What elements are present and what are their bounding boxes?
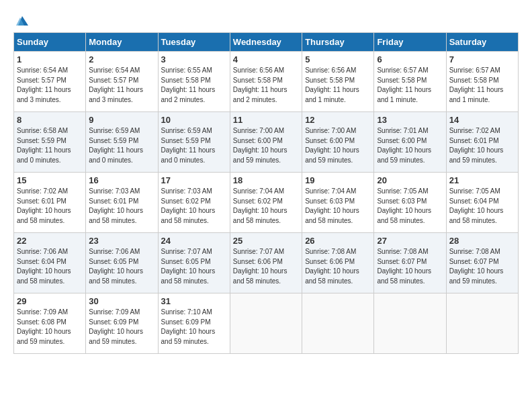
calendar-cell: 16 Sunrise: 7:03 AMSunset: 6:01 PMDaylig… [86,173,158,233]
day-number: 26 [305,236,371,246]
calendar-cell: 28 Sunrise: 7:08 AMSunset: 6:07 PMDaylig… [446,233,518,293]
calendar-cell: 7 Sunrise: 6:57 AMSunset: 5:58 PMDayligh… [446,52,518,112]
day-number: 12 [305,115,371,125]
calendar-week-2: 8 Sunrise: 6:58 AMSunset: 5:59 PMDayligh… [14,112,519,173]
day-number: 15 [17,175,83,185]
calendar-cell: 15 Sunrise: 7:02 AMSunset: 6:01 PMDaylig… [14,173,86,233]
day-number: 6 [377,54,443,64]
calendar-body: 1 Sunrise: 6:54 AMSunset: 5:57 PMDayligh… [14,52,519,354]
calendar-cell: 1 Sunrise: 6:54 AMSunset: 5:57 PMDayligh… [14,52,86,112]
day-number: 7 [449,54,515,64]
calendar-cell: 8 Sunrise: 6:58 AMSunset: 5:59 PMDayligh… [14,112,86,173]
logo-icon [15,13,30,28]
day-number: 27 [377,236,443,246]
day-number: 3 [161,54,227,64]
day-info: Sunrise: 6:57 AMSunset: 5:58 PMDaylight:… [449,66,504,103]
day-number: 2 [89,54,154,64]
calendar-cell [374,293,446,354]
weekday-header-friday: Friday [374,33,446,52]
calendar-week-5: 29 Sunrise: 7:09 AMSunset: 6:08 PMDaylig… [14,293,519,354]
calendar-table: SundayMondayTuesdayWednesdayThursdayFrid… [13,32,519,354]
calendar-cell: 11 Sunrise: 7:00 AMSunset: 6:00 PMDaylig… [230,112,302,173]
calendar-cell: 30 Sunrise: 7:09 AMSunset: 6:09 PMDaylig… [86,293,158,354]
calendar-cell: 2 Sunrise: 6:54 AMSunset: 5:57 PMDayligh… [86,52,158,112]
weekday-header-monday: Monday [86,33,158,52]
day-info: Sunrise: 7:08 AMSunset: 6:06 PMDaylight:… [305,248,359,285]
day-number: 21 [449,175,515,185]
calendar-cell: 24 Sunrise: 7:07 AMSunset: 6:05 PMDaylig… [158,233,230,293]
calendar-cell: 19 Sunrise: 7:04 AMSunset: 6:03 PMDaylig… [302,173,374,233]
day-info: Sunrise: 7:00 AMSunset: 6:00 PMDaylight:… [305,127,359,164]
day-number: 17 [161,175,227,185]
day-info: Sunrise: 7:02 AMSunset: 6:01 PMDaylight:… [17,187,71,224]
day-number: 5 [305,54,371,64]
calendar-cell: 3 Sunrise: 6:55 AMSunset: 5:58 PMDayligh… [158,52,230,112]
calendar-week-1: 1 Sunrise: 6:54 AMSunset: 5:57 PMDayligh… [14,52,519,112]
calendar-week-3: 15 Sunrise: 7:02 AMSunset: 6:01 PMDaylig… [14,173,519,233]
day-number: 29 [17,296,83,306]
calendar-cell: 4 Sunrise: 6:56 AMSunset: 5:58 PMDayligh… [230,52,302,112]
day-info: Sunrise: 7:05 AMSunset: 6:04 PMDaylight:… [449,187,504,224]
day-info: Sunrise: 7:07 AMSunset: 6:06 PMDaylight:… [233,248,287,285]
day-info: Sunrise: 7:08 AMSunset: 6:07 PMDaylight:… [377,248,431,285]
day-info: Sunrise: 6:54 AMSunset: 5:57 PMDaylight:… [17,66,71,103]
day-info: Sunrise: 7:10 AMSunset: 6:09 PMDaylight:… [161,308,216,345]
calendar-cell: 9 Sunrise: 6:59 AMSunset: 5:59 PMDayligh… [86,112,158,173]
day-number: 28 [449,236,515,246]
day-number: 8 [17,115,83,125]
day-number: 30 [89,296,154,306]
weekday-header-tuesday: Tuesday [158,33,230,52]
day-info: Sunrise: 7:09 AMSunset: 6:08 PMDaylight:… [17,308,71,345]
day-info: Sunrise: 7:05 AMSunset: 6:03 PMDaylight:… [377,187,431,224]
day-info: Sunrise: 7:06 AMSunset: 6:05 PMDaylight:… [89,248,143,285]
day-info: Sunrise: 7:01 AMSunset: 6:00 PMDaylight:… [377,127,431,164]
calendar-cell: 10 Sunrise: 6:59 AMSunset: 5:59 PMDaylig… [158,112,230,173]
day-number: 19 [305,175,371,185]
day-number: 16 [89,175,154,185]
day-number: 24 [161,236,227,246]
day-info: Sunrise: 7:03 AMSunset: 6:01 PMDaylight:… [89,187,143,224]
day-number: 9 [89,115,154,125]
calendar-cell [302,293,374,354]
day-number: 10 [161,115,227,125]
day-info: Sunrise: 7:07 AMSunset: 6:05 PMDaylight:… [161,248,216,285]
day-number: 4 [233,54,299,64]
weekday-header-row: SundayMondayTuesdayWednesdayThursdayFrid… [14,33,519,52]
calendar-cell: 26 Sunrise: 7:08 AMSunset: 6:06 PMDaylig… [302,233,374,293]
calendar-cell: 23 Sunrise: 7:06 AMSunset: 6:05 PMDaylig… [86,233,158,293]
day-info: Sunrise: 7:04 AMSunset: 6:02 PMDaylight:… [233,187,287,224]
calendar-cell: 25 Sunrise: 7:07 AMSunset: 6:06 PMDaylig… [230,233,302,293]
day-info: Sunrise: 7:09 AMSunset: 6:09 PMDaylight:… [89,308,143,345]
weekday-header-saturday: Saturday [446,33,518,52]
calendar-cell: 13 Sunrise: 7:01 AMSunset: 6:00 PMDaylig… [374,112,446,173]
calendar-cell: 20 Sunrise: 7:05 AMSunset: 6:03 PMDaylig… [374,173,446,233]
day-info: Sunrise: 6:54 AMSunset: 5:57 PMDaylight:… [89,66,143,103]
logo [13,13,30,26]
weekday-header-sunday: Sunday [14,33,86,52]
day-info: Sunrise: 7:06 AMSunset: 6:04 PMDaylight:… [17,248,71,285]
day-number: 25 [233,236,299,246]
calendar-cell: 12 Sunrise: 7:00 AMSunset: 6:00 PMDaylig… [302,112,374,173]
day-info: Sunrise: 6:59 AMSunset: 5:59 PMDaylight:… [89,127,143,164]
calendar-cell: 14 Sunrise: 7:02 AMSunset: 6:01 PMDaylig… [446,112,518,173]
calendar-cell: 22 Sunrise: 7:06 AMSunset: 6:04 PMDaylig… [14,233,86,293]
calendar-cell: 21 Sunrise: 7:05 AMSunset: 6:04 PMDaylig… [446,173,518,233]
calendar-cell: 31 Sunrise: 7:10 AMSunset: 6:09 PMDaylig… [158,293,230,354]
weekday-header-thursday: Thursday [302,33,374,52]
calendar-cell: 5 Sunrise: 6:56 AMSunset: 5:58 PMDayligh… [302,52,374,112]
calendar-cell: 6 Sunrise: 6:57 AMSunset: 5:58 PMDayligh… [374,52,446,112]
day-number: 18 [233,175,299,185]
page-header [13,13,519,26]
day-info: Sunrise: 6:56 AMSunset: 5:58 PMDaylight:… [233,66,287,103]
day-info: Sunrise: 7:03 AMSunset: 6:02 PMDaylight:… [161,187,216,224]
day-number: 14 [449,115,515,125]
weekday-header-wednesday: Wednesday [230,33,302,52]
day-number: 11 [233,115,299,125]
day-info: Sunrise: 7:02 AMSunset: 6:01 PMDaylight:… [449,127,504,164]
calendar-cell: 17 Sunrise: 7:03 AMSunset: 6:02 PMDaylig… [158,173,230,233]
calendar-week-4: 22 Sunrise: 7:06 AMSunset: 6:04 PMDaylig… [14,233,519,293]
day-info: Sunrise: 6:56 AMSunset: 5:58 PMDaylight:… [305,66,359,103]
calendar-cell [446,293,518,354]
calendar-cell: 29 Sunrise: 7:09 AMSunset: 6:08 PMDaylig… [14,293,86,354]
day-info: Sunrise: 6:58 AMSunset: 5:59 PMDaylight:… [17,127,71,164]
